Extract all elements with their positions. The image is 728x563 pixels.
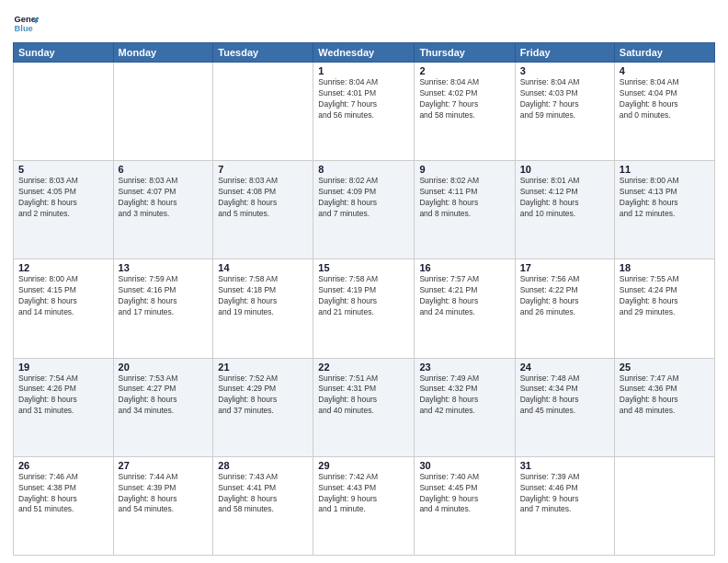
day-detail: Sunrise: 8:04 AM Sunset: 4:03 PM Dayligh… (520, 77, 609, 121)
empty-cell (113, 63, 213, 161)
day-detail: Sunrise: 7:56 AM Sunset: 4:22 PM Dayligh… (520, 274, 609, 318)
weekday-header-thursday: Thursday (415, 43, 515, 63)
weekday-header-monday: Monday (113, 43, 213, 63)
day-detail: Sunrise: 7:40 AM Sunset: 4:45 PM Dayligh… (419, 472, 509, 516)
day-number: 29 (318, 460, 409, 471)
day-number: 11 (620, 164, 710, 175)
weekday-header-wednesday: Wednesday (313, 43, 415, 63)
weekday-header-sunday: Sunday (14, 43, 114, 63)
day-cell-26: 26Sunrise: 7:46 AM Sunset: 4:38 PM Dayli… (14, 456, 114, 555)
day-number: 26 (18, 460, 108, 471)
day-detail: Sunrise: 8:03 AM Sunset: 4:05 PM Dayligh… (18, 176, 108, 220)
weekday-header-friday: Friday (515, 43, 614, 63)
weekday-header-saturday: Saturday (614, 43, 714, 63)
day-cell-3: 3Sunrise: 8:04 AM Sunset: 4:03 PM Daylig… (515, 63, 614, 161)
day-detail: Sunrise: 7:51 AM Sunset: 4:31 PM Dayligh… (318, 373, 409, 418)
day-number: 16 (419, 262, 509, 273)
day-number: 8 (318, 164, 409, 175)
day-detail: Sunrise: 7:46 AM Sunset: 4:38 PM Dayligh… (18, 472, 108, 516)
day-number: 31 (520, 460, 609, 471)
day-detail: Sunrise: 7:59 AM Sunset: 4:16 PM Dayligh… (119, 274, 209, 318)
empty-cell (614, 456, 714, 555)
day-cell-25: 25Sunrise: 7:47 AM Sunset: 4:36 PM Dayli… (614, 358, 714, 456)
day-number: 10 (520, 164, 609, 175)
day-cell-29: 29Sunrise: 7:42 AM Sunset: 4:43 PM Dayli… (313, 456, 415, 555)
day-cell-22: 22Sunrise: 7:51 AM Sunset: 4:31 PM Dayli… (313, 358, 415, 456)
day-cell-13: 13Sunrise: 7:59 AM Sunset: 4:16 PM Dayli… (113, 259, 213, 358)
week-row-3: 12Sunrise: 8:00 AM Sunset: 4:15 PM Dayli… (14, 259, 715, 358)
day-number: 25 (620, 362, 710, 373)
logo-icon: General Blue (13, 11, 39, 37)
day-number: 13 (119, 262, 209, 273)
day-detail: Sunrise: 7:44 AM Sunset: 4:39 PM Dayligh… (119, 472, 209, 516)
day-cell-23: 23Sunrise: 7:49 AM Sunset: 4:32 PM Dayli… (415, 358, 515, 456)
day-number: 9 (419, 164, 509, 175)
day-number: 6 (119, 164, 209, 175)
day-number: 20 (119, 362, 209, 373)
empty-cell (14, 63, 114, 161)
day-cell-10: 10Sunrise: 8:01 AM Sunset: 4:12 PM Dayli… (515, 161, 614, 259)
day-cell-19: 19Sunrise: 7:54 AM Sunset: 4:26 PM Dayli… (14, 358, 114, 456)
day-cell-20: 20Sunrise: 7:53 AM Sunset: 4:27 PM Dayli… (113, 358, 213, 456)
day-detail: Sunrise: 7:57 AM Sunset: 4:21 PM Dayligh… (419, 274, 509, 318)
week-row-5: 26Sunrise: 7:46 AM Sunset: 4:38 PM Dayli… (14, 456, 715, 555)
day-number: 7 (218, 164, 308, 175)
day-cell-21: 21Sunrise: 7:52 AM Sunset: 4:29 PM Dayli… (213, 358, 313, 456)
day-detail: Sunrise: 8:02 AM Sunset: 4:11 PM Dayligh… (419, 176, 509, 220)
day-cell-17: 17Sunrise: 7:56 AM Sunset: 4:22 PM Dayli… (515, 259, 614, 358)
day-cell-11: 11Sunrise: 8:00 AM Sunset: 4:13 PM Dayli… (614, 161, 714, 259)
day-number: 4 (620, 65, 710, 76)
day-number: 30 (419, 460, 509, 471)
day-detail: Sunrise: 7:55 AM Sunset: 4:24 PM Dayligh… (620, 274, 710, 318)
week-row-1: 1Sunrise: 8:04 AM Sunset: 4:01 PM Daylig… (14, 63, 715, 161)
day-cell-30: 30Sunrise: 7:40 AM Sunset: 4:45 PM Dayli… (415, 456, 515, 555)
day-detail: Sunrise: 8:04 AM Sunset: 4:02 PM Dayligh… (419, 77, 509, 121)
day-number: 19 (18, 362, 108, 373)
logo: General Blue (13, 11, 42, 37)
day-cell-15: 15Sunrise: 7:58 AM Sunset: 4:19 PM Dayli… (313, 259, 415, 358)
day-detail: Sunrise: 8:01 AM Sunset: 4:12 PM Dayligh… (520, 176, 609, 220)
day-cell-9: 9Sunrise: 8:02 AM Sunset: 4:11 PM Daylig… (415, 161, 515, 259)
weekday-header-tuesday: Tuesday (213, 43, 313, 63)
day-detail: Sunrise: 8:00 AM Sunset: 4:15 PM Dayligh… (18, 274, 108, 318)
day-number: 17 (520, 262, 609, 273)
day-cell-7: 7Sunrise: 8:03 AM Sunset: 4:08 PM Daylig… (213, 161, 313, 259)
empty-cell (213, 63, 313, 161)
day-detail: Sunrise: 7:43 AM Sunset: 4:41 PM Dayligh… (218, 472, 308, 516)
day-cell-24: 24Sunrise: 7:48 AM Sunset: 4:34 PM Dayli… (515, 358, 614, 456)
day-detail: Sunrise: 7:53 AM Sunset: 4:27 PM Dayligh… (119, 373, 209, 418)
day-detail: Sunrise: 7:39 AM Sunset: 4:46 PM Dayligh… (520, 472, 609, 516)
day-cell-18: 18Sunrise: 7:55 AM Sunset: 4:24 PM Dayli… (614, 259, 714, 358)
day-number: 15 (318, 262, 409, 273)
day-cell-31: 31Sunrise: 7:39 AM Sunset: 4:46 PM Dayli… (515, 456, 614, 555)
day-cell-6: 6Sunrise: 8:03 AM Sunset: 4:07 PM Daylig… (113, 161, 213, 259)
day-cell-1: 1Sunrise: 8:04 AM Sunset: 4:01 PM Daylig… (313, 63, 415, 161)
day-number: 24 (520, 362, 609, 373)
day-detail: Sunrise: 8:00 AM Sunset: 4:13 PM Dayligh… (620, 176, 710, 220)
day-detail: Sunrise: 7:48 AM Sunset: 4:34 PM Dayligh… (520, 373, 609, 418)
calendar-table: SundayMondayTuesdayWednesdayThursdayFrid… (13, 42, 715, 556)
day-number: 2 (419, 65, 509, 76)
week-row-2: 5Sunrise: 8:03 AM Sunset: 4:05 PM Daylig… (14, 161, 715, 259)
svg-text:Blue: Blue (15, 24, 33, 33)
calendar-page: General Blue SundayMondayTuesdayWednesda… (0, 0, 728, 563)
day-cell-4: 4Sunrise: 8:04 AM Sunset: 4:04 PM Daylig… (614, 63, 714, 161)
day-cell-28: 28Sunrise: 7:43 AM Sunset: 4:41 PM Dayli… (213, 456, 313, 555)
day-number: 27 (119, 460, 209, 471)
day-detail: Sunrise: 8:02 AM Sunset: 4:09 PM Dayligh… (318, 176, 409, 220)
header: General Blue (13, 11, 715, 37)
day-number: 18 (620, 262, 710, 273)
day-cell-8: 8Sunrise: 8:02 AM Sunset: 4:09 PM Daylig… (313, 161, 415, 259)
day-detail: Sunrise: 7:47 AM Sunset: 4:36 PM Dayligh… (620, 373, 710, 418)
day-number: 3 (520, 65, 609, 76)
day-detail: Sunrise: 8:04 AM Sunset: 4:04 PM Dayligh… (620, 77, 710, 121)
day-cell-5: 5Sunrise: 8:03 AM Sunset: 4:05 PM Daylig… (14, 161, 114, 259)
day-number: 28 (218, 460, 308, 471)
day-number: 22 (318, 362, 409, 373)
day-detail: Sunrise: 8:03 AM Sunset: 4:08 PM Dayligh… (218, 176, 308, 220)
day-cell-14: 14Sunrise: 7:58 AM Sunset: 4:18 PM Dayli… (213, 259, 313, 358)
day-detail: Sunrise: 7:52 AM Sunset: 4:29 PM Dayligh… (218, 373, 308, 418)
weekday-header-row: SundayMondayTuesdayWednesdayThursdayFrid… (14, 43, 715, 63)
day-detail: Sunrise: 7:42 AM Sunset: 4:43 PM Dayligh… (318, 472, 409, 516)
day-detail: Sunrise: 8:03 AM Sunset: 4:07 PM Dayligh… (119, 176, 209, 220)
